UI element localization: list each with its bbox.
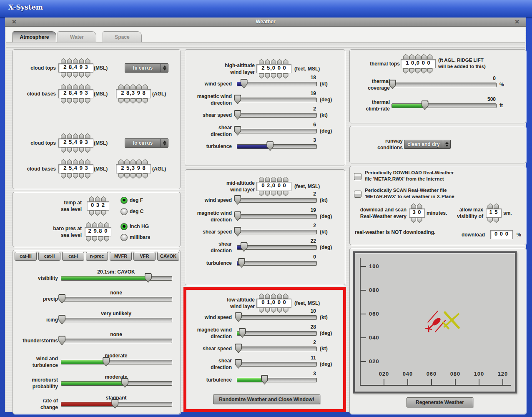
max-visibility-value[interactable]: 1 5 [486, 208, 502, 218]
digit-up-arrow[interactable] [73, 133, 78, 139]
thermal-slider-thumb[interactable] [422, 100, 429, 110]
real-weather-checkbox[interactable] [354, 191, 361, 198]
digit-up-arrow[interactable] [79, 159, 84, 165]
digit-up-arrow[interactable] [73, 84, 78, 90]
magnetic-wind-slider-track[interactable] [237, 98, 317, 102]
download-progress-value[interactable]: 0 0 0 [490, 230, 513, 239]
tab-space[interactable]: Space [103, 31, 142, 42]
shear-slider-track[interactable] [237, 129, 317, 133]
digit-up-arrow[interactable] [85, 133, 90, 139]
digit-up-arrow[interactable] [61, 133, 66, 139]
digit-down-arrow[interactable] [85, 73, 90, 78]
wind-speed-slider-track[interactable] [237, 82, 317, 86]
digit-up-arrow[interactable] [130, 159, 136, 165]
shear-speed-slider-thumb[interactable] [234, 227, 241, 236]
wind-speed-slider-thumb[interactable] [241, 79, 248, 88]
digit-up-arrow[interactable] [85, 84, 90, 90]
digit-down-arrow[interactable] [487, 218, 493, 223]
turbulence-slider-track[interactable] [237, 378, 317, 382]
digit-down-arrow[interactable] [143, 173, 148, 179]
magnetic-wind-slider-track[interactable] [237, 331, 317, 336]
digit-up-arrow[interactable] [143, 159, 148, 165]
digit-up-arrow[interactable] [411, 203, 416, 209]
digit-up-arrow[interactable] [271, 177, 276, 182]
rate-of-slider-thumb[interactable] [111, 399, 118, 409]
digit-up-arrow[interactable] [265, 59, 270, 65]
wind-speed-slider-track[interactable] [237, 198, 317, 203]
cloud-type-dropdown[interactable]: hi cirrus [125, 63, 168, 73]
digit-down-arrow[interactable] [79, 173, 84, 179]
digit-up-arrow[interactable] [61, 159, 66, 165]
thermal-tops-value[interactable]: 1 0,0 0 0 [401, 59, 436, 68]
digit-down-arrow[interactable] [89, 211, 94, 216]
preset-button-cat-i[interactable]: cat-I [62, 252, 84, 261]
visibility-slider-thumb[interactable] [145, 273, 152, 283]
digit-up-arrow[interactable] [417, 203, 422, 209]
cloud-bases-agl-value[interactable]: 2 8,3 9 8 [116, 89, 151, 98]
digit-down-arrow[interactable] [104, 236, 109, 242]
magnetic-wind-slider-track[interactable] [237, 214, 317, 219]
digit-up-arrow[interactable] [271, 59, 276, 65]
shear-speed-slider-track[interactable] [237, 347, 317, 351]
tab-atmosphere[interactable]: Atmosphere [13, 31, 56, 42]
shear-speed-slider-thumb[interactable] [234, 110, 241, 120]
digit-down-arrow[interactable] [98, 236, 103, 242]
microburst-slider-track[interactable] [61, 381, 172, 386]
digit-down-arrow[interactable] [92, 236, 97, 242]
digit-up-arrow[interactable] [73, 58, 78, 64]
turbulence-slider-thumb[interactable] [266, 141, 274, 151]
digit-up-arrow[interactable] [79, 133, 84, 139]
digit-up-arrow[interactable] [118, 159, 124, 165]
digit-down-arrow[interactable] [85, 148, 90, 153]
digit-down-arrow[interactable] [415, 68, 421, 74]
wind-speed-slider-thumb[interactable] [234, 195, 241, 205]
visibility-slider-track[interactable] [61, 276, 172, 281]
digit-down-arrow[interactable] [409, 68, 414, 74]
thermal-slider-track[interactable] [391, 103, 497, 108]
shear-slider-track[interactable] [237, 362, 317, 367]
cloud-type-dropdown[interactable]: lo cirrus [125, 138, 168, 148]
microburst-slider-thumb[interactable] [121, 378, 128, 388]
digit-down-arrow[interactable] [118, 173, 124, 179]
digit-down-arrow[interactable] [136, 98, 142, 104]
digit-down-arrow[interactable] [61, 148, 66, 153]
digit-up-arrow[interactable] [79, 84, 84, 90]
shear-speed-slider-thumb[interactable] [235, 344, 242, 353]
deg-c-radio[interactable] [120, 208, 128, 215]
inch-hg-radio[interactable] [120, 223, 128, 230]
icing-slider-thumb[interactable] [58, 315, 65, 324]
wind-speed-slider-track[interactable] [237, 315, 317, 320]
digit-down-arrow[interactable] [118, 98, 124, 104]
close-icon[interactable]: ✕ [514, 18, 519, 25]
digit-up-arrow[interactable] [124, 159, 130, 165]
digit-down-arrow[interactable] [85, 173, 90, 179]
shear-slider-thumb[interactable] [235, 359, 242, 369]
randomize-weather-button[interactable]: Randomize Weather and Close Window! [213, 394, 320, 404]
digit-up-arrow[interactable] [89, 196, 94, 202]
preset-button-vfr[interactable]: VFR [133, 252, 156, 261]
digit-up-arrow[interactable] [95, 196, 100, 202]
digit-up-arrow[interactable] [421, 54, 427, 60]
digit-up-arrow[interactable] [265, 294, 270, 299]
digit-down-arrow[interactable] [124, 98, 130, 104]
digit-up-arrow[interactable] [98, 222, 103, 228]
digit-down-arrow[interactable] [73, 98, 78, 104]
thunderstorms-slider-thumb[interactable] [58, 336, 65, 345]
digit-up-arrow[interactable] [86, 222, 91, 228]
preset-button-cat-iii[interactable]: cat-III [15, 252, 37, 261]
digit-down-arrow[interactable] [61, 73, 66, 78]
digit-down-arrow[interactable] [61, 173, 66, 179]
digit-up-arrow[interactable] [271, 294, 276, 299]
turbulence-slider-thumb[interactable] [238, 258, 245, 268]
shear-speed-slider-track[interactable] [237, 230, 317, 234]
digit-down-arrow[interactable] [79, 98, 84, 104]
shear-slider-track[interactable] [237, 245, 317, 250]
digit-up-arrow[interactable] [427, 54, 433, 60]
cloud-tops-value[interactable]: 2 5,4 9 3 [58, 138, 93, 148]
wind-layer-altitude-value[interactable]: 0 2,0 0 0 [256, 182, 291, 191]
digit-up-arrow[interactable] [277, 59, 282, 65]
cloud-tops-value[interactable]: 2 8,4 9 3 [58, 63, 93, 73]
digit-down-arrow[interactable] [79, 73, 84, 78]
deg-f-radio[interactable] [120, 197, 128, 204]
digit-up-arrow[interactable] [136, 159, 142, 165]
